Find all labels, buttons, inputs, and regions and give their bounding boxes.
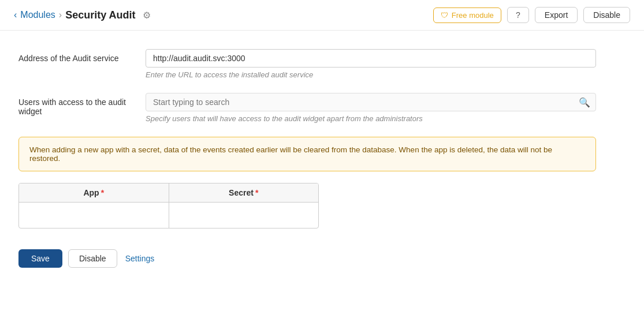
- table-row: [19, 203, 318, 228]
- audit-address-field: Enter the URL to access the installed au…: [146, 49, 596, 79]
- disable-button[interactable]: Disable: [68, 249, 117, 268]
- footer-buttons: Save Disable Settings: [18, 247, 617, 268]
- breadcrumb-modules[interactable]: Modules: [20, 10, 55, 20]
- table-header-row: App* Secret*: [19, 183, 318, 203]
- audit-address-hint: Enter the URL to access the installed au…: [146, 70, 596, 79]
- free-module-label: Free module: [452, 11, 494, 20]
- settings-button[interactable]: Settings: [123, 250, 157, 267]
- breadcrumb-separator: ›: [59, 10, 62, 20]
- app-secret-table: App* Secret*: [19, 183, 318, 228]
- warning-text: When adding a new app with a secret, dat…: [29, 145, 552, 163]
- header-right: 🛡 Free module ? Export Disable: [433, 7, 630, 23]
- app-cell: [19, 203, 169, 228]
- free-module-badge: 🛡 Free module: [433, 8, 501, 23]
- users-row: Users with access to the audit widget 🔍 …: [18, 93, 617, 123]
- audit-address-label: Address of the Audit service: [18, 49, 146, 63]
- app-secret-table-container: App* Secret*: [18, 183, 319, 228]
- col-app-header: App*: [19, 183, 169, 203]
- main-content: Address of the Audit service Enter the U…: [0, 31, 635, 282]
- audit-address-row: Address of the Audit service Enter the U…: [18, 49, 617, 79]
- users-search-wrapper: 🔍: [146, 93, 596, 111]
- secret-cell: [169, 203, 318, 228]
- warning-box: When adding a new app with a secret, dat…: [18, 137, 596, 171]
- header-left: ‹ Modules › Security Audit ⚙: [14, 9, 433, 21]
- users-field: 🔍 Specify users that will have access to…: [146, 93, 596, 123]
- help-button[interactable]: ?: [507, 7, 529, 23]
- users-search-input[interactable]: [146, 93, 596, 111]
- back-arrow-icon[interactable]: ‹: [14, 10, 17, 20]
- app-required-marker: *: [101, 188, 104, 197]
- audit-address-input[interactable]: [146, 49, 596, 68]
- disable-header-button[interactable]: Disable: [583, 7, 630, 23]
- secret-required-marker: *: [255, 188, 258, 197]
- save-button[interactable]: Save: [18, 249, 62, 268]
- gear-icon[interactable]: ⚙: [143, 10, 151, 21]
- col-secret-header: Secret*: [169, 183, 318, 203]
- header: ‹ Modules › Security Audit ⚙ 🛡 Free modu…: [0, 0, 644, 31]
- users-label: Users with access to the audit widget: [18, 93, 146, 116]
- shield-icon: 🛡: [441, 11, 448, 20]
- export-button[interactable]: Export: [535, 7, 578, 23]
- users-hint: Specify users that will have access to t…: [146, 114, 596, 123]
- page-title: Security Audit: [65, 9, 135, 21]
